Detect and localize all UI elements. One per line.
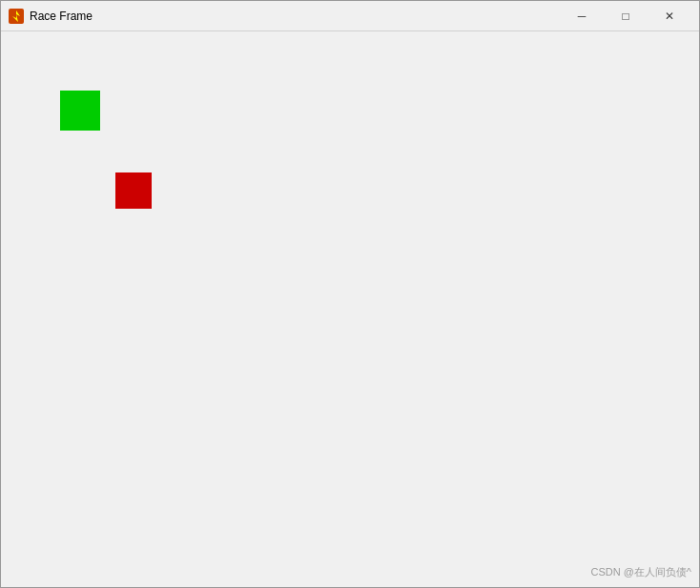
maximize-button[interactable]: □ bbox=[604, 1, 648, 31]
app-window: Race Frame ─ □ ✕ CSDN @在人间负债^ bbox=[0, 0, 700, 588]
watermark: CSDN @在人间负债^ bbox=[590, 565, 691, 579]
app-icon bbox=[9, 9, 24, 24]
close-button[interactable]: ✕ bbox=[648, 1, 691, 31]
content-area: CSDN @在人间负债^ bbox=[1, 31, 699, 587]
window-controls: ─ □ ✕ bbox=[560, 1, 691, 31]
minimize-button[interactable]: ─ bbox=[560, 1, 604, 31]
red-square bbox=[115, 172, 152, 209]
window-title: Race Frame bbox=[30, 10, 560, 23]
green-square bbox=[60, 91, 100, 131]
title-bar: Race Frame ─ □ ✕ bbox=[1, 1, 699, 31]
